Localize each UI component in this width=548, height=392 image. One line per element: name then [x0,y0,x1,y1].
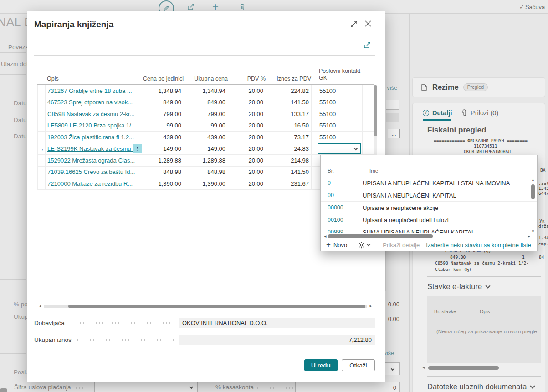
einvoice-lines-header[interactable]: Stavke e-fakture [427,282,490,291]
horizontal-scrollbar[interactable] [427,366,541,370]
unit-price-cell[interactable]: 439.00 [143,132,184,143]
table-row[interactable]: C8598 Nastavak za česmu 2-kr... 799.00 7… [38,108,374,120]
unit-price-cell[interactable]: 149.00 [143,143,184,155]
vat-percent-cell[interactable]: 20.00 [228,167,266,178]
settings-menu-button[interactable] [358,242,370,249]
item-link[interactable]: 192003 Žica plastificirana fi 1.2... [47,134,134,141]
row-selector[interactable] [38,155,46,166]
vat-percent-cell[interactable]: 20.00 [228,143,266,155]
item-link[interactable]: C8598 Nastavak za česmu 2-kr... [47,111,134,117]
share-icon[interactable] [364,41,372,49]
vat-amount-cell[interactable]: 141.50 [266,97,312,108]
scrollbar-thumb[interactable] [68,305,365,308]
new-button[interactable]: + Novo [326,240,347,249]
tab-prilozi[interactable]: Prilozi (0) [461,109,498,117]
gl-account-cell[interactable]: 55100 [312,120,363,132]
scrollbar-thumb[interactable] [428,366,499,370]
vat-percent-cell[interactable]: 20.00 [228,132,266,143]
vat-percent-cell[interactable]: 20.00 [228,97,266,108]
tab-detalji[interactable]: i Detalji [423,109,452,117]
vat-amount-cell[interactable]: 133.17 [266,108,312,120]
item-link[interactable]: 731267 Grablje vrtne 18 zuba ... [47,87,132,94]
account-no[interactable]: 00100 [321,217,363,223]
row-selector[interactable] [38,178,46,189]
gl-account-cell[interactable]: 55100 [312,97,363,108]
total-price-cell[interactable]: 1,390.00 [184,178,228,189]
row-selector[interactable] [38,97,46,108]
scroll-right-arrow[interactable]: ► [527,234,531,239]
total-price-cell[interactable]: 1,348.94 [184,85,228,97]
payment-terms-field[interactable] [94,382,198,392]
share-icon[interactable] [187,3,195,10]
scroll-left-arrow[interactable]: ◄ [422,366,425,370]
lookup-row[interactable]: 00000 Upisane a neuplaćene akcije [321,202,537,214]
row-selector[interactable] [38,120,46,132]
unit-price-cell[interactable]: 799.00 [143,108,184,120]
vat-amount-cell[interactable]: 73.17 [266,132,312,143]
scroll-up-arrow[interactable]: ▲ [531,178,535,182]
scrollbar-thumb[interactable] [374,85,377,136]
vendor-value-field[interactable]: OKOV INTERNATIONAL D.O.O. [179,318,375,328]
vat-percent-cell[interactable]: 20.00 [228,85,266,97]
account-no[interactable]: 00000 [321,204,363,211]
vat-percent-cell[interactable]: 20.00 [228,120,266,132]
close-dialog-icon[interactable] [364,20,374,29]
total-amount-value-field[interactable]: 7,212.80 [179,335,375,345]
scroll-right-arrow[interactable]: ► [369,304,373,308]
vertical-scrollbar[interactable]: ▲ ▼ [530,178,536,234]
unit-price-cell[interactable]: 1,348.94 [143,85,184,97]
total-price-cell[interactable]: 149.00 [184,143,228,155]
lookup-row[interactable]: 00 UPISANI A NEUPLAĆENI KAPITAL [321,189,537,202]
vat-amount-cell[interactable]: 141.50 [266,167,312,178]
lookup-row[interactable]: 0 UPISANI A NEUPLAĆENI KAPITAL I STALNA … [321,177,537,189]
dropdown-field-fragment[interactable] [385,362,400,375]
column-header-pdv[interactable]: PDV % [228,76,266,82]
lookup-row[interactable]: 00100 Upisani a neuplaćeni udeli i ulozi [321,214,537,226]
total-price-cell[interactable]: 439.00 [184,132,228,143]
item-link[interactable]: LE5809 LE-2120 Brza spojka 1/... [47,122,136,129]
column-header-iznos[interactable]: Iznos za PDV [266,76,311,82]
item-link[interactable]: 71039.16625 Crevo za baštu Id... [47,168,135,175]
vat-amount-cell[interactable]: 24.83 [266,143,312,155]
gl-account-combobox[interactable] [318,143,361,154]
scrollbar[interactable] [0,388,7,392]
table-row[interactable]: 467523 Sprej otporan na visok... 849.00 … [38,97,374,109]
row-selector[interactable] [38,167,46,178]
item-link[interactable]: 467523 Sprej otporan na visok... [47,99,133,106]
column-header-opis[interactable]: Opis [45,76,143,82]
cash-discount-field[interactable]: 0 [295,382,400,392]
unit-price-cell[interactable]: 99.00 [143,120,184,132]
unit-price-cell[interactable]: 1,390.00 [143,178,184,189]
column-header-kontakt[interactable]: Poslovni kontakt GK [311,68,362,82]
table-row[interactable]: 192003 Žica plastificirana fi 1.2... 439… [38,132,374,143]
row-selector[interactable] [38,108,46,120]
scroll-left-arrow[interactable]: ◄ [38,304,42,308]
cancel-button[interactable]: Otkaži [342,359,375,371]
total-price-cell[interactable]: 1,289.88 [184,155,228,166]
table-row[interactable]: LE5809 LE-2120 Brza spojka 1/... 99.00 9… [38,120,374,132]
table-row-selected[interactable]: → LE-S2199K Nastavak za česmu ... ⋮ 149.… [38,143,374,155]
unit-price-cell[interactable]: 848.98 [143,167,184,178]
horizontal-scrollbar[interactable]: ◄ ► [37,303,374,310]
scrollbar-thumb[interactable] [328,234,433,238]
expand-dialog-icon[interactable] [350,20,359,29]
gl-account-cell[interactable]: 55100 [312,85,363,97]
column-header-cena[interactable]: Cena po jedinici [143,76,184,82]
incoming-document-files-header[interactable]: Datoteke ulaznih dokumenata [427,382,534,391]
vat-percent-cell[interactable]: 20.00 [228,178,266,189]
total-price-cell[interactable]: 799.00 [184,108,228,120]
rezime-card[interactable]: Rezime Pregled [412,77,545,97]
scroll-left-arrow[interactable]: ◄ [323,234,327,239]
total-price-cell[interactable]: 99.00 [184,120,228,132]
gl-account-cell[interactable]: 55100 [312,132,363,143]
unit-price-cell[interactable]: 1,289.88 [143,155,184,166]
column-header-ukupna[interactable]: Ukupna cena [184,76,228,82]
select-from-full-list-link[interactable]: Izaberite neku stavku sa kompletne liste [426,242,531,249]
vat-amount-cell[interactable]: 224.82 [266,85,312,97]
row-menu-button[interactable]: ⋮ [133,144,142,154]
scrollbar-thumb[interactable] [531,184,535,199]
vat-percent-cell[interactable]: 20.00 [228,108,266,120]
item-link[interactable]: 7210000 Makaze za rezidbu R... [47,180,133,187]
assist-edit-button[interactable]: ... [388,129,400,138]
gl-account-cell[interactable]: 55100 [312,108,363,120]
